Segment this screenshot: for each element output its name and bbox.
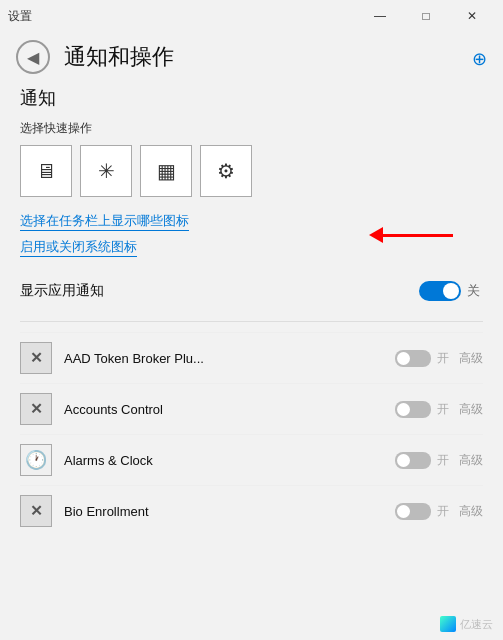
alarms-app-icon: 🕐 [20,444,52,476]
watermark: 亿速云 [440,616,493,632]
alarms-toggle-thumb [397,454,410,467]
divider [20,321,483,322]
show-app-notifications-toggle[interactable] [419,281,461,301]
arrow-line [383,234,453,237]
page-header: ◀ 通知和操作 ⊕ [0,32,503,86]
bio-toggle[interactable] [395,503,431,520]
title-bar: 设置 — □ ✕ [0,0,503,32]
aad-app-icon: ✕ [20,342,52,374]
qa-brightness-button[interactable]: ✳ [80,145,132,197]
qa-project-button[interactable]: ▦ [140,145,192,197]
quick-actions-label: 选择快速操作 [20,120,483,137]
window-controls: — □ ✕ [357,0,495,32]
bio-app-icon: ✕ [20,495,52,527]
back-button[interactable]: ◀ [16,40,50,74]
close-button[interactable]: ✕ [449,0,495,32]
alarms-app-name: Alarms & Clock [64,453,395,468]
app-row-alarms: 🕐 Alarms & Clock 开 高级 [20,434,483,485]
aad-advanced-link[interactable]: 高级 [459,350,483,367]
show-app-notifications-row: 显示应用通知 关 [20,271,483,311]
minimize-button[interactable]: — [357,0,403,32]
aad-toggle-thumb [397,352,410,365]
system-icons-link[interactable]: 启用或关闭系统图标 [20,238,137,257]
maximize-button[interactable]: □ [403,0,449,32]
watermark-logo [440,616,456,632]
alarms-advanced-link[interactable]: 高级 [459,452,483,469]
app-row-accounts: ✕ Accounts Control 开 高级 [20,383,483,434]
content-area: 通知 选择快速操作 🖥 ✳ ▦ ⚙ 选择在任务栏上显示哪些图标 启用或关闭系统图… [0,86,503,636]
page-title: 通知和操作 [64,42,174,72]
accounts-toggle[interactable] [395,401,431,418]
taskbar-icons-link[interactable]: 选择在任务栏上显示哪些图标 [20,212,189,231]
accounts-advanced-link[interactable]: 高级 [459,401,483,418]
qa-screen-button[interactable]: 🖥 [20,145,72,197]
app-row-bio: ✕ Bio Enrollment 开 高级 [20,485,483,536]
aad-toggle-area: 开 高级 [395,350,483,367]
aad-toggle[interactable] [395,350,431,367]
show-app-notifications-status: 关 [467,282,483,300]
accounts-toggle-label: 开 [437,401,449,418]
alarms-toggle-label: 开 [437,452,449,469]
accounts-app-name: Accounts Control [64,402,395,417]
alarms-toggle[interactable] [395,452,431,469]
gear-icon: ⚙ [217,159,235,183]
qa-settings-button[interactable]: ⚙ [200,145,252,197]
red-arrow [369,227,453,243]
bio-toggle-label: 开 [437,503,449,520]
back-icon: ◀ [27,48,39,67]
accounts-app-icon: ✕ [20,393,52,425]
arrow-head-icon [369,227,383,243]
alarms-toggle-area: 开 高级 [395,452,483,469]
brightness-icon: ✳ [98,159,115,183]
aad-app-name: AAD Token Broker Plu... [64,351,395,366]
accounts-toggle-area: 开 高级 [395,401,483,418]
bio-advanced-link[interactable]: 高级 [459,503,483,520]
section-title: 通知 [20,86,483,110]
aad-toggle-label: 开 [437,350,449,367]
screen-icon: 🖥 [36,160,56,183]
watermark-text: 亿速云 [460,617,493,632]
toggle-thumb [443,283,459,299]
pin-icon[interactable]: ⊕ [472,48,487,70]
app-row-aad: ✕ AAD Token Broker Plu... 开 高级 [20,332,483,383]
arrow-container: 启用或关闭系统图标 [20,237,483,261]
bio-toggle-area: 开 高级 [395,503,483,520]
accounts-toggle-thumb [397,403,410,416]
bio-toggle-thumb [397,505,410,518]
show-app-notifications-label: 显示应用通知 [20,282,104,300]
bio-app-name: Bio Enrollment [64,504,395,519]
project-icon: ▦ [157,159,176,183]
toggle-right: 关 [419,281,483,301]
window-title: 设置 [8,8,32,25]
quick-actions-row: 🖥 ✳ ▦ ⚙ [20,145,483,197]
